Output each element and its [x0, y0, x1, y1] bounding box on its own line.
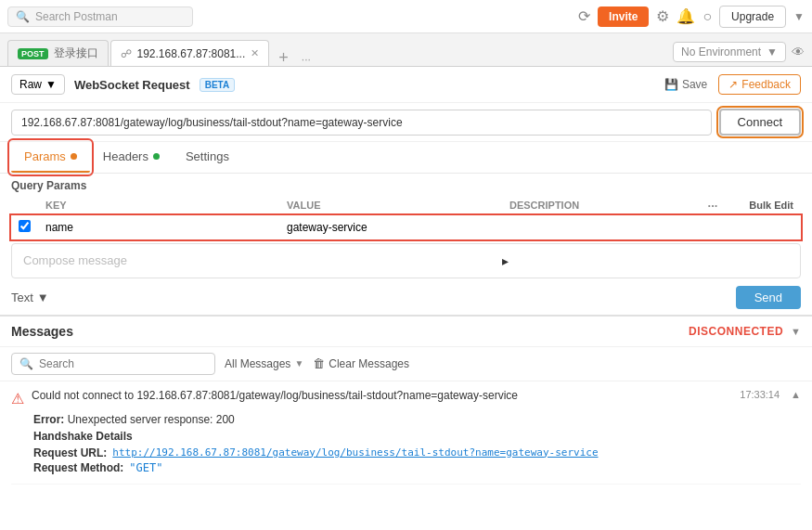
table-row: [11, 215, 801, 239]
save-button[interactable]: 💾 Save: [664, 78, 707, 91]
error-message: Unexpected server response: 200: [68, 413, 235, 426]
search-box-topbar[interactable]: 🔍 Search Postman: [7, 6, 193, 27]
chevron-down-messages-icon[interactable]: ▼: [791, 326, 801, 337]
chevron-down-text-icon: ▼: [37, 291, 49, 304]
upgrade-button[interactable]: Upgrade: [719, 6, 786, 28]
row-key[interactable]: [38, 215, 279, 239]
sync-icon[interactable]: ⟳: [578, 7, 590, 25]
row-value[interactable]: [279, 215, 502, 239]
handshake-title: Handshake Details: [33, 430, 801, 443]
settings-icon[interactable]: ⚙: [656, 7, 669, 25]
ws-icon: ☍: [121, 47, 132, 60]
compose-placeholder[interactable]: Compose message: [12, 244, 138, 277]
clear-messages-button[interactable]: 🗑 Clear Messages: [313, 356, 409, 370]
chevron-down-env-icon: ▼: [767, 45, 778, 58]
subnav: Params Headers Settings: [0, 142, 812, 174]
ws-request-label: WebSocket Request: [74, 78, 190, 92]
row-description[interactable]: [502, 215, 699, 239]
query-params-section: Query Params KEY VALUE DESCRIPTION ··· B…: [0, 174, 812, 239]
save-icon: 💾: [664, 78, 678, 91]
messages-title: Messages: [11, 324, 73, 339]
tab-websocket[interactable]: ☍ 192.168.67.87:8081... ✕: [110, 40, 270, 66]
eye-icon[interactable]: 👁: [792, 45, 805, 59]
tabbar: POST 登录接口 ☍ 192.168.67.87:8081... ✕ + ··…: [0, 33, 812, 67]
col-check-header: [11, 196, 38, 215]
text-label: Text: [11, 291, 33, 304]
collapse-icon[interactable]: ▲: [791, 389, 801, 400]
search-icon: 🔍: [19, 357, 33, 370]
bell-icon[interactable]: 🔔: [677, 7, 695, 25]
tab-ws-label: 192.168.67.87:8081...: [137, 47, 246, 60]
request-method-label: Request Method:: [33, 461, 123, 474]
tab-post-login[interactable]: POST 登录接口: [7, 40, 109, 66]
tab-post-label: 登录接口: [54, 45, 98, 61]
settings-label: Settings: [186, 149, 229, 163]
chevron-down-upgrade-icon[interactable]: ▼: [793, 10, 805, 23]
chevron-down-raw-icon: ▼: [45, 78, 57, 91]
toolbar-right: 💾 Save ↗ Feedback: [664, 74, 801, 95]
raw-dropdown[interactable]: Raw ▼: [11, 74, 65, 95]
search-input-container: 🔍: [11, 353, 215, 375]
add-tab-button[interactable]: +: [271, 49, 296, 66]
headers-label: Headers: [103, 149, 148, 163]
row-checkbox[interactable]: [11, 215, 38, 239]
headers-dot: [153, 153, 160, 160]
params-dot: [71, 153, 77, 160]
key-input[interactable]: [45, 221, 272, 234]
messages-right: DISCONNECTED ▼: [689, 325, 801, 338]
error-label: Error:: [33, 413, 64, 426]
search-label: Search Postman: [35, 10, 118, 23]
messages-section: Messages DISCONNECTED ▼ 🔍 All Messages ▼…: [0, 315, 812, 485]
message-text: Could not connect to 192.168.67.87:8081/…: [32, 389, 732, 402]
messages-toolbar: 🔍 All Messages ▼ 🗑 Clear Messages: [0, 347, 812, 381]
env-selector[interactable]: No Environment ▼: [673, 42, 786, 62]
message-list: ⚠ Could not connect to 192.168.67.87:808…: [0, 381, 812, 485]
col-value-header: VALUE: [279, 196, 502, 215]
request-method-line: Request Method: "GET": [33, 461, 801, 474]
post-badge: POST: [18, 48, 48, 59]
connect-button[interactable]: Connect: [719, 109, 801, 136]
message-time: 17:33:14: [740, 389, 780, 400]
subnav-tab-settings[interactable]: Settings: [173, 142, 242, 173]
close-icon[interactable]: ✕: [251, 47, 259, 59]
subnav-tab-headers[interactable]: Headers: [90, 142, 173, 173]
compose-area: Compose message ▸: [11, 243, 801, 278]
all-messages-filter[interactable]: All Messages ▼: [225, 357, 303, 370]
params-label: Params: [24, 149, 66, 163]
toolbar: Raw ▼ WebSocket Request BETA 💾 Save ↗ Fe…: [0, 67, 812, 103]
col-bulk-edit-header[interactable]: Bulk Edit: [727, 196, 801, 215]
error-details: Error: Unexpected server response: 200 H…: [11, 407, 801, 476]
send-button[interactable]: Send: [736, 286, 801, 309]
value-input[interactable]: [287, 221, 495, 234]
request-url-value[interactable]: http://192.168.67.87:8081/gateway/log/bu…: [112, 446, 598, 459]
arrow-up-right-icon: ↗: [728, 78, 738, 91]
messages-header: Messages DISCONNECTED ▼: [0, 317, 812, 347]
env-area: No Environment ▼ 👁: [673, 42, 805, 66]
url-bar: Connect: [0, 103, 812, 142]
more-tabs-icon[interactable]: ···: [296, 53, 316, 66]
disconnected-badge: DISCONNECTED: [689, 325, 783, 338]
error-line: Error: Unexpected server response: 200: [33, 413, 801, 426]
message-entry-header: ⚠ Could not connect to 192.168.67.87:808…: [11, 389, 801, 407]
query-params-title: Query Params: [11, 179, 801, 192]
request-method-value: "GET": [129, 461, 162, 474]
feedback-button[interactable]: ↗ Feedback: [718, 74, 801, 95]
text-dropdown[interactable]: Text ▼: [11, 291, 49, 304]
user-icon[interactable]: ○: [702, 8, 712, 25]
col-key-header: KEY: [38, 196, 279, 215]
main-panel: Raw ▼ WebSocket Request BETA 💾 Save ↗ Fe…: [0, 67, 812, 315]
subnav-tab-params[interactable]: Params: [11, 142, 90, 173]
search-input[interactable]: [39, 357, 197, 370]
chevron-down-filter-icon: ▼: [294, 358, 303, 368]
invite-button[interactable]: Invite: [598, 6, 649, 27]
error-circle-icon: ⚠: [11, 390, 24, 407]
message-entry: ⚠ Could not connect to 192.168.67.87:808…: [11, 381, 801, 485]
trash-icon: 🗑: [313, 356, 325, 370]
url-input[interactable]: [11, 110, 712, 136]
col-desc-header: DESCRIPTION: [502, 196, 699, 215]
request-url-line: Request URL: http://192.168.67.87:8081/g…: [33, 446, 801, 459]
cursor-indicator: ▸: [502, 253, 509, 268]
params-table: KEY VALUE DESCRIPTION ··· Bulk Edit: [11, 196, 801, 239]
beta-badge: BETA: [200, 78, 235, 92]
col-more-header[interactable]: ···: [699, 196, 727, 215]
